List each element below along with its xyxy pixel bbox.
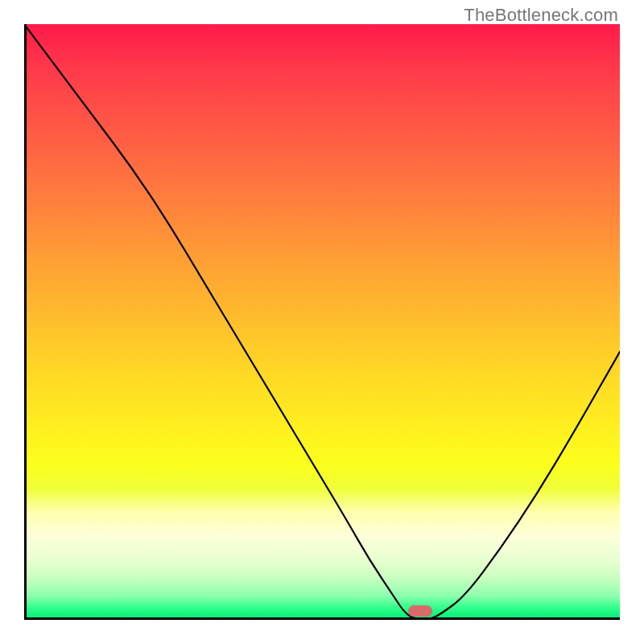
bottleneck-chart: TheBottleneck.com [0, 0, 644, 644]
watermark-text: TheBottleneck.com [464, 5, 618, 26]
chart-curve-layer [24, 24, 620, 620]
optimal-point-marker [408, 605, 432, 617]
bottleneck-curve-line [24, 24, 620, 620]
